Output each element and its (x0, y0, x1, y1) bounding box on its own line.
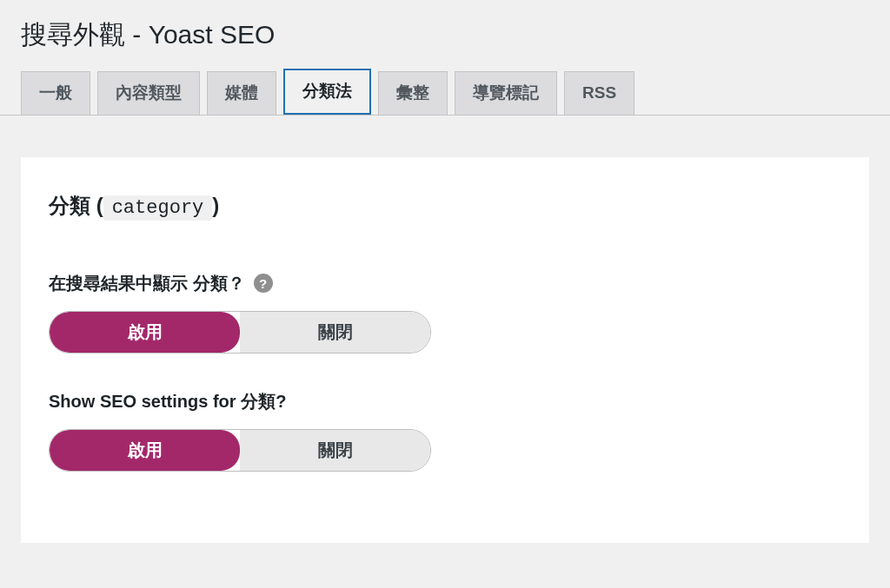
section-heading: 分類 (category) (49, 192, 841, 220)
heading-code: category (103, 195, 213, 221)
tab-rss[interactable]: RSS (564, 71, 634, 115)
content-panel: 分類 (category) 在搜尋結果中顯示 分類？ ? 啟用 關閉 Show … (21, 157, 869, 543)
toggle-off-button[interactable]: 關閉 (240, 430, 430, 471)
heading-prefix: 分類 ( (49, 194, 103, 217)
heading-suffix: ) (212, 194, 219, 217)
label-text: 在搜尋結果中顯示 分類？ (49, 272, 245, 295)
toggle-on-button[interactable]: 啟用 (50, 430, 240, 471)
toggle-off-button[interactable]: 關閉 (240, 312, 430, 353)
toggle-show-seo-settings[interactable]: 啟用 關閉 (49, 429, 431, 472)
page-title: 搜尋外觀 - Yoast SEO (0, 0, 890, 69)
tab-taxonomies[interactable]: 分類法 (283, 69, 371, 115)
toggle-show-in-search[interactable]: 啟用 關閉 (49, 311, 431, 353)
tab-breadcrumbs[interactable]: 導覽標記 (455, 71, 557, 115)
toggle-on-button[interactable]: 啟用 (50, 312, 240, 353)
tab-content-types[interactable]: 內容類型 (97, 71, 200, 115)
setting-show-in-search: 在搜尋結果中顯示 分類？ ? 啟用 關閉 (49, 272, 841, 353)
setting-show-seo-settings: Show SEO settings for 分類? 啟用 關閉 (49, 390, 841, 472)
setting-label-show-in-search: 在搜尋結果中顯示 分類？ ? (49, 272, 841, 295)
nav-tabs: 一般 內容類型 媒體 分類法 彙整 導覽標記 RSS (0, 69, 890, 116)
tab-archives[interactable]: 彙整 (378, 71, 448, 115)
setting-label-show-seo-settings: Show SEO settings for 分類? (49, 390, 841, 413)
label-text: Show SEO settings for 分類? (49, 390, 286, 413)
tab-media[interactable]: 媒體 (207, 71, 276, 115)
help-icon[interactable]: ? (254, 274, 273, 293)
tab-general[interactable]: 一般 (21, 71, 90, 115)
